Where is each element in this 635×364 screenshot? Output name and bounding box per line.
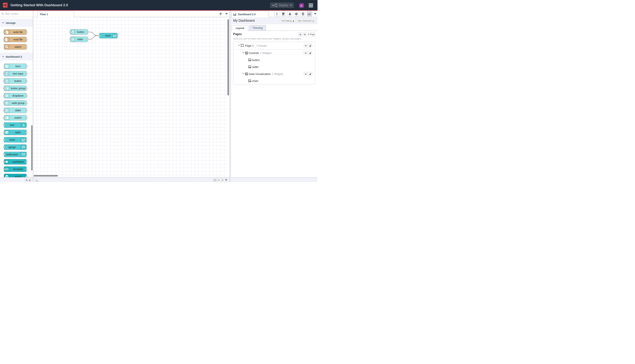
svg-text:A: A: [22, 124, 25, 126]
